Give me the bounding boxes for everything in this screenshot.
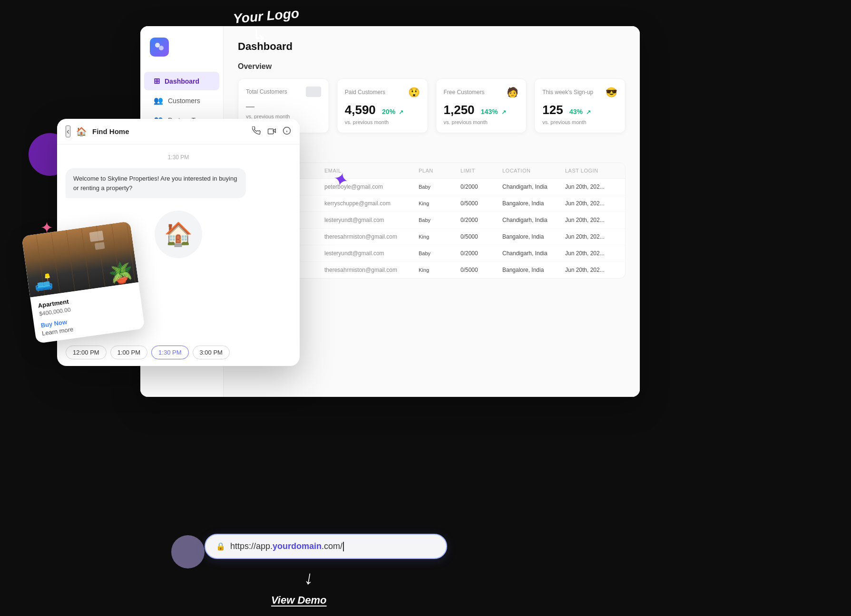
- svg-point-0: [155, 43, 160, 48]
- chat-welcome-message: Welcome to Skyline Properties! Are you i…: [66, 168, 246, 198]
- cell-last-login: Jun 20th, 202...: [565, 200, 617, 207]
- url-suffix: .com/: [322, 541, 342, 551]
- cell-plan: King: [419, 201, 460, 206]
- stat-card-signups: This week's Sign-up 😎 125 43% ↗ vs. prev…: [534, 78, 626, 133]
- video-icon[interactable]: [267, 126, 276, 137]
- col-location: Location: [502, 168, 565, 173]
- cell-plan: Baby: [419, 250, 460, 256]
- cell-last-login: Jun 20th, 202...: [565, 250, 617, 257]
- url-bar[interactable]: 🔒 https://app.yourdomain.com/: [205, 534, 447, 559]
- stat-card-header: Paid Customers 😲: [345, 87, 420, 98]
- wall-art-2: [95, 242, 105, 250]
- col-last-login: Last Login: [565, 168, 617, 173]
- cell-email: lesteryundt@gmail.com: [324, 250, 419, 257]
- stat-label-paid: Paid Customers: [345, 89, 385, 96]
- house-icon-container: 🏠: [155, 211, 202, 258]
- couch-decoration: 🛋️: [33, 272, 54, 293]
- cell-location: Chandigarh, India: [502, 250, 565, 257]
- col-limit: Limit: [460, 168, 502, 173]
- wall-art: [89, 231, 104, 242]
- url-domain: yourdomain: [273, 541, 322, 551]
- sidebar-item-label: Customers: [168, 97, 200, 105]
- stat-change-free: vs. previous month: [444, 119, 519, 125]
- sidebar-logo: [140, 38, 223, 71]
- chat-title: Find Home: [92, 127, 246, 135]
- stat-value-free: 1,250 143% ↗: [444, 103, 519, 117]
- cell-location: Chandigarh, India: [502, 217, 565, 223]
- paid-change-pct: 20%: [382, 108, 395, 116]
- overview-section-title: Overview: [238, 62, 626, 71]
- chat-home-icon: 🏠: [76, 126, 87, 137]
- svg-rect-2: [268, 129, 274, 134]
- stat-change-signups: vs. previous month: [542, 119, 617, 125]
- stat-card-header: Free Customers 🧑: [444, 87, 519, 98]
- stat-card-header: Total Customers: [246, 87, 321, 97]
- view-demo-label[interactable]: View Demo: [271, 594, 327, 606]
- cell-last-login: Jun 20th, 202...: [565, 267, 617, 273]
- cell-limit: 0/2000: [460, 250, 502, 257]
- cell-last-login: Jun 20th, 202...: [565, 233, 617, 240]
- cell-limit: 0/5000: [460, 233, 502, 240]
- phone-icon[interactable]: [252, 126, 261, 137]
- stat-change-paid: vs. previous month: [345, 119, 420, 125]
- stat-value-signups: 125 43% ↗: [542, 103, 617, 117]
- logo-arrow: ↳: [252, 26, 266, 46]
- cell-plan: King: [419, 267, 460, 273]
- time-slot-button[interactable]: 1:30 PM: [151, 346, 188, 359]
- sidebar-item-dashboard[interactable]: ⊞ Dashboard: [144, 72, 219, 90]
- property-card: 🛋️ 🪴 Apartment $400,000.00 Buy Now Learn…: [21, 221, 145, 344]
- stat-label-signups: This week's Sign-up: [542, 89, 593, 96]
- cell-plan: King: [419, 234, 460, 240]
- cell-limit: 0/5000: [460, 200, 502, 207]
- chat-timestamp: 1:30 PM: [66, 154, 291, 161]
- cell-location: Bangalore, India: [502, 267, 565, 273]
- cell-last-login: Jun 20th, 202...: [565, 217, 617, 223]
- cell-location: Chandigarh, India: [502, 183, 565, 190]
- free-arrow: ↗: [501, 109, 506, 116]
- col-plan: Plan: [419, 168, 460, 173]
- cell-limit: 0/2000: [460, 183, 502, 190]
- stat-card-free: Free Customers 🧑 1,250 143% ↗ vs. previo…: [436, 78, 527, 133]
- url-prefix: https://app.: [230, 541, 273, 551]
- cell-location: Bangalore, India: [502, 200, 565, 207]
- lock-icon: 🔒: [216, 542, 225, 551]
- free-change-pct: 143%: [481, 108, 498, 116]
- dashboard-icon: ⊞: [154, 77, 160, 86]
- cell-limit: 0/2000: [460, 217, 502, 223]
- customers-icon: 👥: [154, 96, 163, 105]
- cell-last-login: Jun 20th, 202...: [565, 183, 617, 190]
- info-icon[interactable]: [283, 126, 291, 137]
- cell-email: lesteryundt@gmail.com: [324, 217, 419, 223]
- stat-icon-box: [306, 87, 321, 97]
- cell-plan: Baby: [419, 217, 460, 223]
- cell-plan: Baby: [419, 184, 460, 190]
- chat-action-buttons: [252, 126, 291, 137]
- cell-email: theresahrmiston@gmail.com: [324, 267, 419, 273]
- page-title: Dashboard: [238, 40, 626, 53]
- cell-limit: 0/5000: [460, 267, 502, 273]
- stat-label-free: Free Customers: [444, 89, 485, 96]
- cell-email: kerryschuppe@gmail.com: [324, 200, 419, 207]
- signups-change-pct: 43%: [569, 108, 583, 116]
- cell-email: theresahrmiston@gmail.com: [324, 233, 419, 240]
- app-logo-icon: [150, 38, 169, 57]
- time-slots-container: 12:00 PM1:00 PM1:30 PM3:00 PM: [57, 341, 300, 366]
- sidebar-item-label: Dashboard: [165, 77, 199, 85]
- paid-arrow: ↗: [399, 109, 403, 116]
- url-cursor: [343, 542, 344, 551]
- free-emoji: 🧑: [507, 87, 518, 98]
- stat-card-paid: Paid Customers 😲 4,590 20% ↗ vs. previou…: [337, 78, 428, 133]
- plant-decoration: 🪴: [107, 260, 135, 286]
- time-slot-button[interactable]: 3:00 PM: [193, 346, 230, 359]
- time-slot-button[interactable]: 12:00 PM: [66, 346, 107, 359]
- url-text: https://app.yourdomain.com/: [230, 541, 344, 551]
- svg-point-1: [159, 46, 164, 50]
- sidebar-item-customers[interactable]: 👥 Customers: [144, 91, 219, 110]
- stat-label-total: Total Customers: [246, 88, 287, 95]
- signups-emoji: 😎: [606, 87, 617, 98]
- time-slot-button[interactable]: 1:00 PM: [110, 346, 147, 359]
- chat-back-button[interactable]: ‹: [66, 125, 70, 137]
- stat-value-total: —: [246, 102, 321, 112]
- stat-card-header: This week's Sign-up 😎: [542, 87, 617, 98]
- cell-location: Bangalore, India: [502, 233, 565, 240]
